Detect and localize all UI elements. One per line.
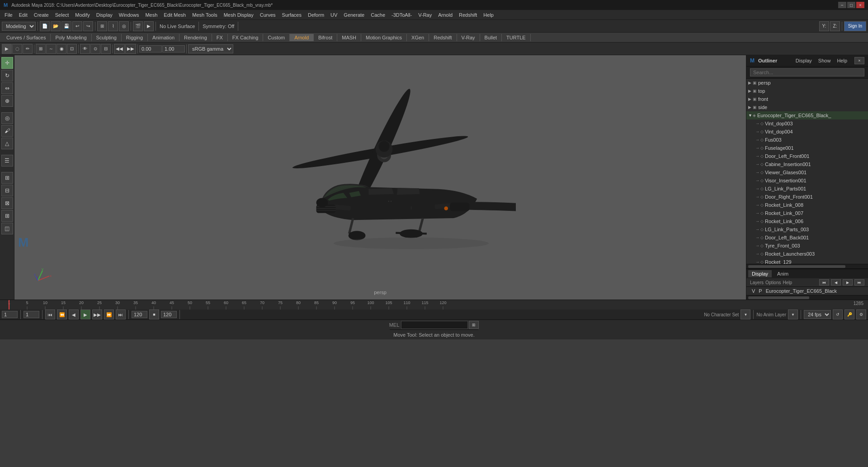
outliner-item-fus003[interactable]: → ◇ Fus003: [746, 136, 868, 144]
outliner-item-rocket-129[interactable]: → ◇ Rocket_129: [746, 258, 868, 264]
tab-animation[interactable]: Animation: [148, 34, 179, 41]
grid-btn[interactable]: ⊞: [1, 172, 13, 184]
go-end-btn[interactable]: ⏭: [116, 310, 126, 319]
outliner-item-front[interactable]: ▶ ▣ front: [746, 95, 868, 103]
layout4-btn[interactable]: ◫: [1, 223, 13, 234]
menu-deform[interactable]: Deform: [305, 11, 327, 19]
tab-mash[interactable]: MASH: [337, 34, 361, 41]
menu-redshift[interactable]: Redshift: [456, 11, 480, 19]
tab-bullet[interactable]: Bullet: [480, 34, 502, 41]
outliner-item-vint004[interactable]: → ◇ Vint_dop004: [746, 128, 868, 136]
anim-subtab[interactable]: Anim: [774, 270, 792, 277]
go-start-btn[interactable]: ⏮: [45, 310, 55, 319]
tab-arnold[interactable]: Arnold: [290, 34, 314, 41]
menu-edit[interactable]: Edit: [16, 11, 30, 19]
step-fwd-btn[interactable]: ⏩: [104, 310, 114, 319]
end-frame-input[interactable]: [132, 311, 147, 318]
lasso-btn[interactable]: ◌: [12, 44, 22, 54]
outliner-item-rocket-link-007[interactable]: → ◇ Rocket_Link_007: [746, 209, 868, 217]
redo-btn[interactable]: ↪: [83, 21, 93, 31]
snap-curve-btn[interactable]: ⌇: [108, 21, 118, 31]
select-mode-btn[interactable]: ▶: [2, 44, 12, 54]
play-end-input[interactable]: [161, 311, 177, 318]
outliner-item-persp[interactable]: ▶ ▣ persp: [746, 79, 868, 87]
layer-prev-btn[interactable]: ⏮: [819, 279, 829, 286]
outliner-item-vint003[interactable]: → ◇ Vint_dop003: [746, 119, 868, 128]
menu-3dtoall[interactable]: -3DToAll-: [389, 11, 415, 19]
outliner-item-group[interactable]: ▼ ◈ Eurocopter_Tiger_EC665_Black_: [746, 111, 868, 119]
menu-surfaces[interactable]: Surfaces: [279, 11, 304, 19]
soft-select-btn[interactable]: ◎: [1, 112, 13, 124]
character-dropdown-btn[interactable]: ▼: [741, 310, 750, 319]
tab-poly-modeling[interactable]: Poly Modeling: [51, 34, 91, 41]
show-hide-btn[interactable]: 👁: [80, 44, 90, 54]
tab-rendering[interactable]: Rendering: [179, 34, 212, 41]
outliner-item-door-right-front[interactable]: → ◇ Door_Right_Front001: [746, 193, 868, 201]
tab-fx[interactable]: FX: [212, 34, 228, 41]
z-axis-btn[interactable]: Z:: [830, 21, 840, 31]
outliner-item-door-left-front[interactable]: → ◇ Door_Left_Front001: [746, 152, 868, 160]
tab-custom[interactable]: Custom: [263, 34, 290, 41]
menu-create[interactable]: Create: [31, 11, 52, 19]
render-btn[interactable]: ▶: [144, 21, 154, 31]
outliner-search-input[interactable]: [750, 68, 864, 76]
mel-input[interactable]: [401, 321, 468, 329]
display-subtab[interactable]: Display: [748, 270, 772, 277]
tab-vray[interactable]: V-Ray: [457, 34, 480, 41]
tab-bifrost[interactable]: Bifrost: [314, 34, 337, 41]
menu-uv[interactable]: UV: [328, 11, 340, 19]
menu-mesh[interactable]: Mesh: [142, 11, 160, 19]
tab-curves-surfaces[interactable]: Curves / Surfaces: [2, 34, 51, 41]
move-tool-btn[interactable]: ✛: [1, 57, 13, 69]
auto-key-btn[interactable]: ↺: [833, 310, 843, 319]
field-x-input[interactable]: [139, 45, 162, 52]
layout3-btn[interactable]: ⊞: [1, 210, 13, 222]
tab-fx-caching[interactable]: FX Caching: [228, 34, 263, 41]
snap-grid-btn[interactable]: ⊞: [97, 21, 107, 31]
sign-in-btn[interactable]: Sign In: [844, 21, 866, 31]
layer-play-btn[interactable]: ◀: [831, 279, 841, 286]
minimize-button[interactable]: −: [838, 2, 846, 8]
menu-mesh-display[interactable]: Mesh Display: [221, 11, 256, 19]
fps-dropdown[interactable]: 24 fps 30 fps: [804, 310, 831, 319]
undo-btn[interactable]: ↩: [72, 21, 82, 31]
render-settings-btn[interactable]: 🎬: [133, 21, 143, 31]
anim-layer-dropdown-btn[interactable]: ▼: [788, 310, 798, 319]
menu-select[interactable]: Select: [52, 11, 72, 19]
workspace-dropdown[interactable]: Modeling: [2, 22, 36, 31]
close-button[interactable]: ×: [856, 2, 864, 8]
tab-redshift[interactable]: Redshift: [429, 34, 457, 41]
tab-xgen[interactable]: XGen: [407, 34, 429, 41]
menu-vray[interactable]: V-Ray: [415, 11, 434, 19]
outliner-scrollbar-h[interactable]: [746, 264, 868, 268]
menu-file[interactable]: File: [2, 11, 15, 19]
step-back-btn[interactable]: ⏪: [57, 310, 67, 319]
prev-key-btn[interactable]: ◀◀: [114, 44, 125, 54]
open-scene-btn[interactable]: 📂: [51, 21, 61, 31]
y-axis-btn[interactable]: Y:: [819, 21, 829, 31]
outliner-item-rocket-link-006[interactable]: → ◇ Rocket_Link_006: [746, 217, 868, 225]
menu-cache[interactable]: Cache: [368, 11, 388, 19]
snap-point2-btn[interactable]: ◉: [57, 44, 66, 54]
menu-mesh-tools[interactable]: Mesh Tools: [189, 11, 220, 19]
snap-view-btn[interactable]: ⊡: [67, 44, 77, 54]
outliner-item-viewer-glases[interactable]: → ◇ Viewer_Glases001: [746, 168, 868, 176]
paint-sel-btn[interactable]: ✏: [23, 44, 33, 54]
snap-grid2-btn[interactable]: ⊞: [36, 44, 46, 54]
tab-rigging[interactable]: Rigging: [122, 34, 148, 41]
outliner-item-rocket-launchers[interactable]: → ◇ Rocket_Launchers003: [746, 250, 868, 258]
prev-frame-btn[interactable]: ◀: [69, 310, 79, 319]
menu-display[interactable]: Display: [94, 11, 115, 19]
bottom-scrollbar[interactable]: [746, 295, 868, 300]
field-y-input[interactable]: [162, 45, 185, 52]
start-frame-input[interactable]: [24, 311, 39, 318]
outliner-item-lg-link-003[interactable]: → ◇ LG_Link_Parts_003: [746, 225, 868, 234]
script-editor-btn[interactable]: ⊞: [469, 321, 479, 329]
outliner-item-rocket-link-008[interactable]: → ◇ Rocket_Link_008: [746, 201, 868, 209]
frame-all-btn[interactable]: ⊟: [101, 44, 111, 54]
outliner-item-door-left-back[interactable]: → ◇ Door_Left_Back001: [746, 234, 868, 242]
outliner-show-tab[interactable]: Show: [816, 57, 833, 64]
layer-fwd-btn[interactable]: ▶: [843, 279, 853, 286]
menu-help[interactable]: Help: [481, 11, 496, 19]
tab-turtle[interactable]: TURTLE: [502, 34, 531, 41]
